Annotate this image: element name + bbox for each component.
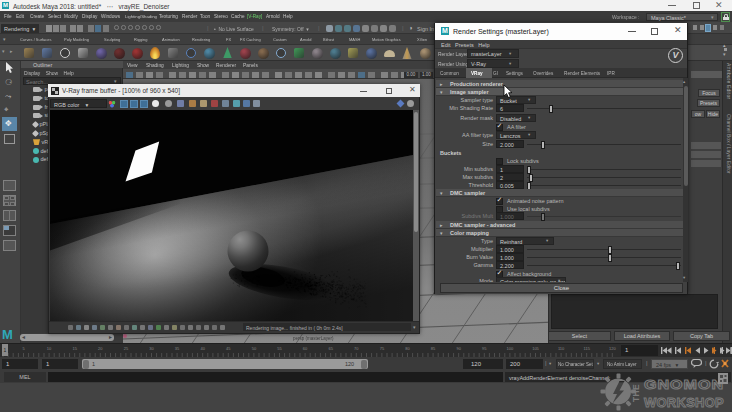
svg-text:20: 20 (98, 346, 103, 351)
svg-text:115: 115 (584, 346, 591, 351)
svg-text:GNOMON: GNOMON (644, 377, 724, 392)
svg-text:100: 100 (507, 346, 514, 351)
svg-text:70: 70 (354, 346, 359, 351)
svg-text:50: 50 (252, 346, 257, 351)
svg-text:75: 75 (380, 346, 385, 351)
svg-text:15: 15 (72, 346, 77, 351)
svg-text:45: 45 (226, 346, 231, 351)
svg-text:65: 65 (328, 346, 333, 351)
svg-text:30: 30 (149, 346, 154, 351)
svg-text:105: 105 (532, 346, 539, 351)
svg-text:90: 90 (456, 346, 461, 351)
svg-text:80: 80 (405, 346, 410, 351)
svg-text:120: 120 (609, 346, 616, 351)
svg-text:5: 5 (22, 346, 25, 351)
svg-text:110: 110 (558, 346, 565, 351)
svg-text:55: 55 (277, 346, 282, 351)
svg-text:THE: THE (631, 384, 641, 402)
svg-text:WORKSHOP: WORKSHOP (644, 395, 724, 410)
svg-text:35: 35 (175, 346, 180, 351)
svg-text:40: 40 (200, 346, 205, 351)
svg-text:25: 25 (124, 346, 129, 351)
svg-text:60: 60 (303, 346, 308, 351)
svg-text:95: 95 (482, 346, 487, 351)
svg-text:85: 85 (431, 346, 436, 351)
svg-text:10: 10 (47, 346, 52, 351)
